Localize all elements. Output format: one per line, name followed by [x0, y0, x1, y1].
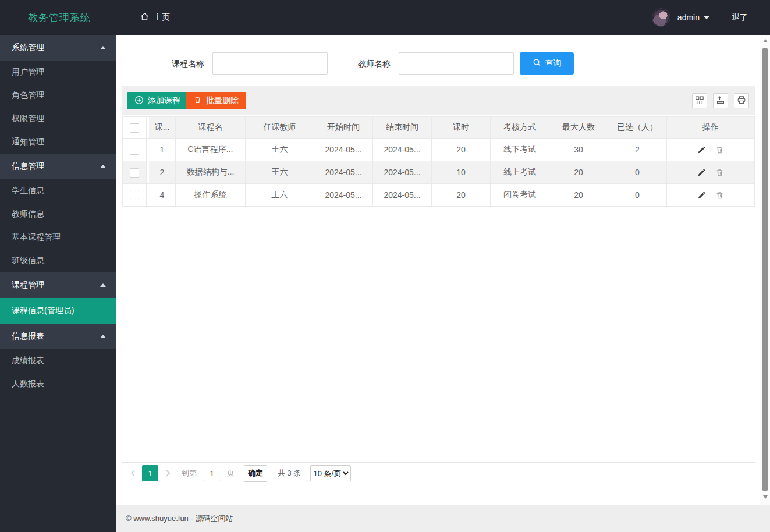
delete-button[interactable] — [715, 168, 724, 177]
teacher-name-input[interactable] — [399, 52, 514, 75]
cell-course-name: 操作系统 — [176, 184, 246, 207]
edit-button[interactable] — [697, 146, 706, 154]
add-course-button[interactable]: 添加课程 — [127, 92, 188, 109]
next-page-button[interactable] — [162, 465, 173, 481]
cell-course-name: 数据结构与... — [176, 161, 246, 184]
cell-course-id: 2 — [149, 161, 176, 184]
course-name-input[interactable] — [212, 52, 328, 75]
delete-button[interactable] — [715, 191, 724, 200]
sidebar-item-label: 班级信息 — [12, 256, 44, 266]
batch-delete-label: 批量删除 — [206, 95, 239, 106]
sidebar-group-system[interactable]: 系统管理 — [0, 35, 116, 61]
sidebar-group-label: 信息管理 — [12, 161, 44, 172]
cell-chosen-count: 2 — [608, 139, 667, 161]
main-content: 课程名称 教师名称 查询 添加课程 批量删除 — [116, 35, 760, 505]
cell-chosen-count: 0 — [608, 161, 667, 184]
sidebar-item-course-info-admin[interactable]: 课程信息(管理员) — [0, 298, 116, 324]
plus-circle-icon — [134, 95, 144, 107]
sidebar-group-reports[interactable]: 信息报表 — [0, 324, 116, 349]
sidebar-item-teachers[interactable]: 教师信息 — [0, 203, 116, 226]
cell-teacher: 王六 — [246, 139, 314, 161]
username[interactable]: admin — [677, 13, 700, 22]
sidebar-group-courses[interactable]: 课程管理 — [0, 272, 116, 298]
logout-link[interactable]: 退了 — [732, 12, 748, 23]
sidebar-item-label: 学生信息 — [12, 186, 44, 196]
vertical-scrollbar[interactable] — [760, 35, 770, 505]
sidebar-item-users[interactable]: 用户管理 — [0, 61, 116, 84]
print-button[interactable] — [734, 93, 749, 108]
sidebar-group-label: 信息报表 — [12, 331, 44, 342]
sidebar-item-roles[interactable]: 角色管理 — [0, 84, 116, 107]
cell-exam-type: 闭卷考试 — [491, 184, 549, 207]
sidebar-item-classes[interactable]: 班级信息 — [0, 249, 116, 272]
top-navbar: 教务管理系统 主页 admin 退了 — [0, 0, 770, 35]
batch-delete-button[interactable]: 批量删除 — [186, 92, 246, 109]
cell-course-name: C语言程序... — [176, 139, 246, 161]
cell-start-time: 2024-05... — [314, 184, 373, 207]
page-size-select[interactable]: 10 条/页 — [310, 465, 351, 481]
sidebar-item-permissions[interactable]: 权限管理 — [0, 107, 116, 130]
columns-filter-button[interactable] — [692, 93, 707, 108]
cell-chosen-count: 0 — [608, 184, 667, 207]
edit-button[interactable] — [697, 191, 706, 200]
row-checkbox[interactable] — [130, 146, 139, 155]
col-course-name: 课程名 — [176, 116, 246, 139]
cell-course-id: 1 — [149, 139, 176, 161]
cell-exam-type: 线上考试 — [491, 161, 549, 184]
course-table: 课... 课程名 任课教师 开始时间 结束时间 课时 考核方式 最大人数 已选（… — [122, 116, 755, 207]
page-footer: © www.shuyue.fun - 源码空间站 — [116, 505, 770, 532]
export-button[interactable] — [713, 93, 728, 108]
prev-page-button[interactable] — [127, 465, 139, 481]
caret-up-icon — [100, 283, 106, 287]
col-start-time: 开始时间 — [314, 116, 373, 139]
delete-button[interactable] — [715, 146, 724, 154]
sidebar-item-grade-report[interactable]: 成绩报表 — [0, 349, 116, 373]
sidebar-item-notices[interactable]: 通知管理 — [0, 130, 116, 154]
caret-up-icon — [100, 46, 106, 49]
row-checkbox[interactable] — [130, 168, 139, 178]
goto-confirm-button[interactable]: 确定 — [244, 465, 267, 482]
sidebar: 系统管理 用户管理 角色管理 权限管理 通知管理 信息管理 学生信息 教师信息 … — [0, 35, 116, 532]
col-end-time: 结束时间 — [373, 116, 432, 139]
caret-down-icon — [763, 495, 768, 499]
total-count-label: 共 3 条 — [278, 468, 301, 478]
sidebar-item-students[interactable]: 学生信息 — [0, 179, 116, 203]
nav-home[interactable]: 主页 — [140, 0, 170, 35]
add-course-label: 添加课程 — [148, 95, 180, 106]
app-title[interactable]: 教务管理系统 — [28, 0, 91, 35]
search-button[interactable]: 查询 — [520, 52, 574, 75]
sidebar-item-basic-courses[interactable]: 基本课程管理 — [0, 226, 116, 249]
sidebar-item-label: 成绩报表 — [12, 356, 44, 366]
cell-teacher: 王六 — [246, 184, 314, 207]
caret-up-icon — [763, 39, 768, 42]
select-all-checkbox[interactable] — [130, 123, 139, 133]
avatar[interactable] — [652, 8, 670, 27]
sidebar-item-label: 用户管理 — [12, 67, 44, 77]
sidebar-group-info[interactable]: 信息管理 — [0, 154, 116, 179]
sidebar-item-label: 人数报表 — [12, 379, 44, 389]
page-number-button[interactable]: 1 — [142, 465, 158, 481]
table-header-row: 课... 课程名 任课教师 开始时间 结束时间 课时 考核方式 最大人数 已选（… — [122, 116, 755, 139]
cell-max-count: 20 — [549, 184, 608, 207]
col-hours: 课时 — [432, 116, 491, 139]
goto-page-input[interactable] — [203, 466, 221, 481]
row-checkbox[interactable] — [130, 191, 139, 200]
sidebar-item-label: 通知管理 — [12, 137, 44, 147]
cell-hours: 20 — [432, 139, 491, 161]
sidebar-item-label: 教师信息 — [12, 209, 44, 219]
cell-hours: 10 — [432, 161, 491, 184]
goto-prefix-label: 到第 — [182, 468, 197, 478]
table-row: 2 数据结构与... 王六 2024-05... 2024-05... 10 线… — [122, 161, 755, 184]
caret-down-icon — [704, 16, 709, 19]
scrollbar-thumb[interactable] — [762, 48, 768, 491]
cell-end-time: 2024-05... — [373, 139, 432, 161]
edit-button[interactable] — [697, 168, 706, 177]
sidebar-item-headcount-report[interactable]: 人数报表 — [0, 373, 116, 396]
col-chosen-count: 已选（人） — [608, 116, 667, 139]
navbar-right: admin 退了 — [652, 0, 748, 35]
export-icon — [716, 95, 725, 107]
scroll-up-button[interactable] — [760, 36, 770, 45]
cell-max-count: 20 — [549, 161, 608, 184]
sidebar-item-label: 课程信息(管理员) — [12, 306, 74, 316]
scroll-down-button[interactable] — [760, 492, 770, 502]
